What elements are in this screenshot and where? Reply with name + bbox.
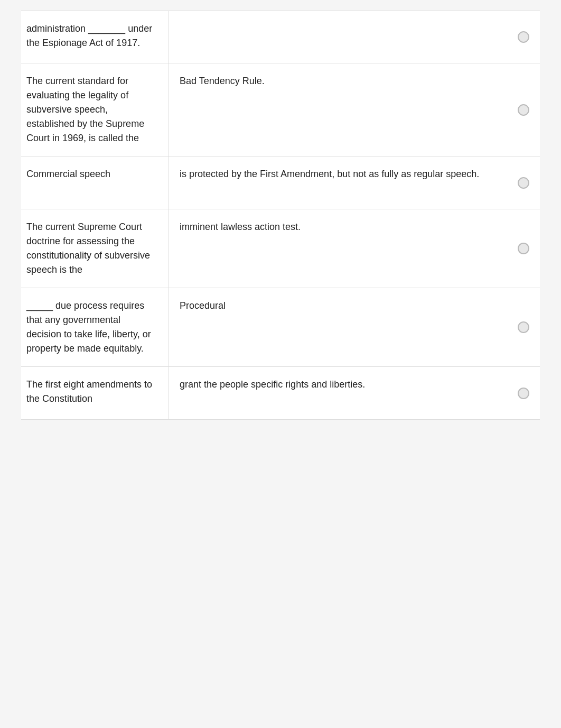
- flashcard-right-area[interactable]: Procedural: [169, 288, 540, 366]
- radio-indicator[interactable]: [518, 388, 529, 399]
- flashcard-left-text: The current standard for evaluating the …: [21, 63, 169, 156]
- flashcard-right-text: is protected by the First Amendment, but…: [180, 167, 529, 181]
- flashcard-right-text: grant the people specific rights and lib…: [180, 377, 529, 392]
- flashcard-row[interactable]: Commercial speechis protected by the Fir…: [21, 156, 540, 209]
- flashcard-row[interactable]: The current Supreme Court doctrine for a…: [21, 209, 540, 288]
- flashcard-left-text: administration _______ under the Espiona…: [21, 11, 169, 63]
- flashcard-row[interactable]: administration _______ under the Espiona…: [21, 11, 540, 63]
- flashcard-right-area[interactable]: imminent lawless action test.: [169, 209, 540, 288]
- flashcard-row[interactable]: The first eight amendments to the Consti…: [21, 367, 540, 420]
- radio-indicator[interactable]: [518, 31, 529, 43]
- radio-indicator[interactable]: [518, 104, 529, 116]
- radio-indicator[interactable]: [518, 177, 529, 189]
- flashcard-right-area[interactable]: Bad Tendency Rule.: [169, 63, 540, 156]
- flashcard-left-text: The current Supreme Court doctrine for a…: [21, 209, 169, 288]
- flashcard-right-area[interactable]: is protected by the First Amendment, but…: [169, 156, 540, 209]
- flashcard-right-text: Bad Tendency Rule.: [180, 74, 529, 88]
- flashcard-left-text: The first eight amendments to the Consti…: [21, 367, 169, 419]
- flashcard-right-text: Procedural: [180, 299, 529, 313]
- radio-indicator[interactable]: [518, 243, 529, 254]
- flashcard-right-text: imminent lawless action test.: [180, 220, 529, 234]
- flashcard-left-text: Commercial speech: [21, 156, 169, 209]
- flashcard-row[interactable]: The current standard for evaluating the …: [21, 63, 540, 156]
- flashcard-row[interactable]: _____ due process requires that any gove…: [21, 288, 540, 367]
- radio-indicator[interactable]: [518, 321, 529, 333]
- flashcard-right-area[interactable]: grant the people specific rights and lib…: [169, 367, 540, 419]
- flashcard-left-text: _____ due process requires that any gove…: [21, 288, 169, 366]
- flashcard-right-area[interactable]: [169, 11, 540, 63]
- flashcard-container: administration _______ under the Espiona…: [0, 0, 561, 430]
